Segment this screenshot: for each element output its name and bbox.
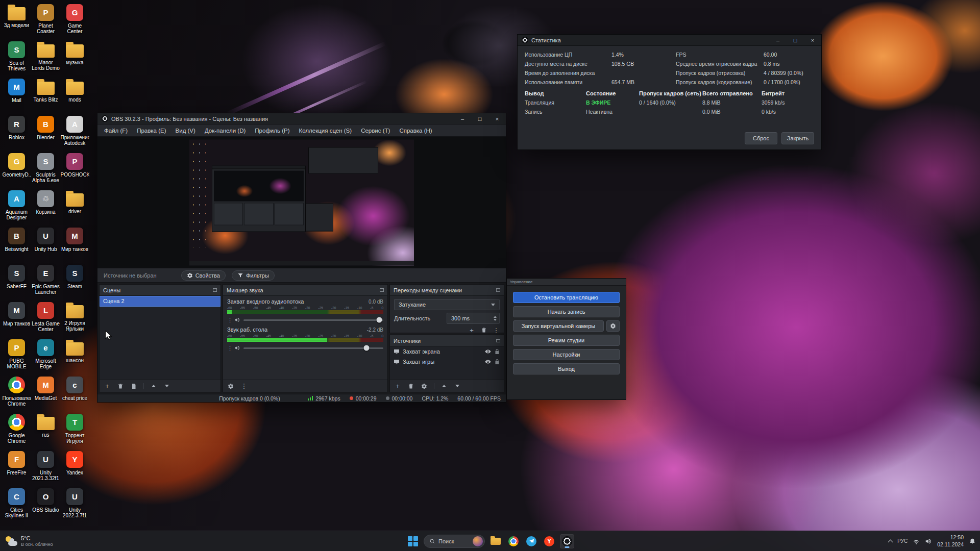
scenes-panel-header[interactable]: Сцены [100, 285, 220, 296]
desktop-icon[interactable]: B Beiswright [2, 224, 31, 262]
desktop-icon[interactable]: S Sea of Thieves [2, 38, 31, 76]
speaker-icon[interactable] [234, 345, 240, 351]
volume-icon[interactable] [925, 538, 932, 545]
properties-button[interactable]: Свойства [181, 270, 226, 281]
desktop-icon[interactable]: Google Chrome [2, 411, 31, 448]
desktop-icon[interactable]: Tanks Blitz [31, 76, 60, 113]
mixer-panel-header[interactable]: Микшер звука [223, 285, 387, 296]
volume-slider[interactable] [243, 347, 383, 349]
desktop-icon[interactable]: G Game Center [60, 1, 89, 38]
desktop-icon[interactable]: A Приложения Autodesk [60, 113, 89, 150]
desktop-icon[interactable]: c cheat price [60, 373, 89, 411]
desktop-icon[interactable]: Manor Lords Demo v0.5 [31, 38, 60, 76]
desktop-icon[interactable]: музыка [60, 38, 89, 76]
source-item[interactable]: Захват игры [390, 357, 504, 367]
minimize-button[interactable]: – [454, 113, 471, 124]
scene-filters-button[interactable] [130, 383, 137, 390]
add-scene-button[interactable]: + [104, 383, 111, 390]
mixer-menu-button[interactable]: ⋮ [240, 383, 248, 390]
mixer-settings-button[interactable] [227, 383, 234, 390]
settings-button[interactable]: Настройки [513, 349, 620, 360]
desktop-icon[interactable]: e Microsoft Edge [31, 336, 60, 373]
desktop-icon[interactable]: E Epic Games Launcher [31, 262, 60, 299]
controls-dock-title[interactable]: Управление [507, 279, 626, 286]
add-transition-button[interactable]: + [468, 327, 475, 334]
desktop-icon[interactable]: L Lesta Game Center [31, 299, 60, 336]
scene-item[interactable]: Сцена 2 [100, 296, 220, 307]
desktop-icon[interactable]: C Cities Skylines II [2, 485, 31, 522]
desktop-icon[interactable]: 2 Игруля Ярлыки [60, 299, 89, 336]
start-button[interactable] [406, 534, 420, 548]
maximize-button[interactable]: □ [471, 113, 488, 124]
desktop-icon[interactable]: M MediaGet [31, 373, 60, 411]
menu-item[interactable]: Справка (H) [395, 128, 436, 134]
menu-item[interactable]: Док-панели (D) [200, 128, 250, 134]
volume-slider-handle[interactable] [376, 317, 382, 323]
desktop-icon[interactable]: mods [60, 76, 89, 113]
taskbar-yandex-icon[interactable]: Y [542, 534, 556, 548]
close-stats-button[interactable]: Закрыть [781, 132, 814, 144]
desktop-icon[interactable]: rus [31, 411, 60, 448]
move-scene-down-button[interactable] [163, 383, 170, 390]
remove-scene-button[interactable] [117, 383, 124, 390]
volume-slider[interactable] [243, 319, 383, 321]
desktop-icon[interactable]: U Unity Hub [31, 224, 60, 262]
filters-button[interactable]: Фильтры [232, 270, 275, 281]
transition-properties-button[interactable]: ⋮ [493, 327, 500, 334]
taskbar-search[interactable]: Поиск [424, 535, 485, 548]
weather-widget[interactable]: 5°C В осн. облачно [5, 531, 53, 551]
volume-slider-handle[interactable] [364, 345, 370, 351]
desktop-icon[interactable]: driver [60, 187, 89, 224]
notifications-bell-icon[interactable] [969, 538, 976, 545]
desktop-icon[interactable]: М Мир танков [2, 299, 31, 336]
menu-item[interactable]: Профиль (P) [250, 128, 294, 134]
move-source-down-button[interactable] [454, 383, 461, 390]
desktop-icon[interactable]: Пользователь Chrome [2, 373, 31, 411]
start-virtual-camera-button[interactable]: Запуск виртуальной камеры [513, 320, 604, 332]
desktop-icon[interactable]: 3д модели [2, 1, 31, 38]
start-recording-button[interactable]: Начать запись [513, 306, 620, 317]
menu-item[interactable]: Коллекция сцен (S) [295, 128, 357, 134]
transitions-panel-header[interactable]: Переходы между сценами [390, 285, 504, 296]
desktop-icon[interactable]: P Planet Coaster [31, 1, 60, 38]
channel-menu-button[interactable]: ⋮ [227, 317, 231, 323]
reset-button[interactable]: Сброс [745, 132, 777, 144]
desktop-icon[interactable]: шансон [60, 336, 89, 373]
desktop-icon[interactable]: М Мир танков [60, 224, 89, 262]
tray-expand-icon[interactable] [888, 539, 893, 544]
virtual-camera-settings-button[interactable] [606, 320, 620, 332]
close-button[interactable]: × [804, 35, 821, 46]
menu-item[interactable]: Сервис (T) [356, 128, 395, 134]
taskbar-chrome-icon[interactable] [506, 534, 521, 548]
desktop-icon[interactable]: F FreeFire [2, 448, 31, 485]
add-source-button[interactable]: + [394, 383, 401, 390]
move-source-up-button[interactable] [440, 383, 448, 390]
sources-panel-header[interactable]: Источники [390, 335, 504, 346]
visibility-eye-icon[interactable] [485, 348, 491, 355]
menu-item[interactable]: Вид (V) [171, 128, 200, 134]
taskbar-obs-icon[interactable] [560, 534, 574, 548]
transition-select[interactable]: Затухание [394, 299, 500, 310]
taskbar-telegram-icon[interactable] [524, 534, 538, 548]
source-properties-button[interactable] [421, 383, 428, 390]
spinner-up-icon[interactable] [494, 316, 497, 318]
obs-preview[interactable] [97, 137, 506, 268]
desktop-icon[interactable]: R Roblox [2, 113, 31, 150]
desktop-icon[interactable]: S SaberFF [2, 262, 31, 299]
menu-item[interactable]: Файл (F) [100, 128, 132, 134]
desktop-icon[interactable]: S Steam [60, 262, 89, 299]
desktop-icon[interactable]: Y Yandex [60, 448, 89, 485]
desktop-icon[interactable]: P PUBG MOBILE [2, 336, 31, 373]
taskbar-explorer-icon[interactable] [488, 534, 503, 548]
remove-transition-button[interactable] [480, 327, 487, 334]
taskbar-clock[interactable]: 12:50 02.11.2024 [937, 534, 964, 547]
desktop-icon[interactable]: B Blender [31, 113, 60, 150]
desktop-icon[interactable]: ♲ Корзина [31, 187, 60, 224]
exit-button[interactable]: Выход [513, 363, 620, 374]
desktop-icon[interactable]: S Sculptris Alpha 6.exe [31, 150, 60, 187]
desktop-icon[interactable]: T Торрент Игруля [60, 411, 89, 448]
minimize-button[interactable]: – [769, 35, 787, 46]
channel-menu-button[interactable]: ⋮ [227, 345, 231, 352]
remove-source-button[interactable] [407, 383, 414, 390]
maximize-button[interactable]: □ [787, 35, 804, 46]
